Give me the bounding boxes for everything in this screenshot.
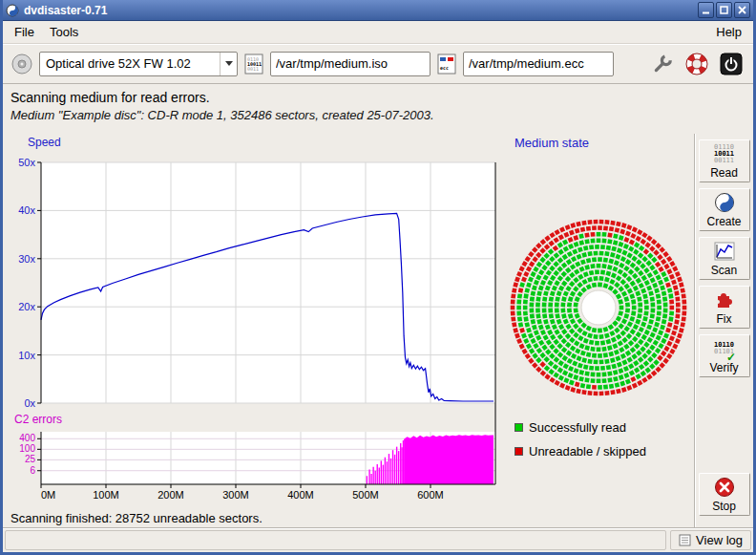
- legend-read-swatch: [514, 423, 523, 432]
- svg-text:25: 25: [25, 454, 36, 464]
- svg-text:200M: 200M: [158, 489, 184, 501]
- maximize-button[interactable]: [716, 2, 732, 18]
- content-column: 0x10x20x30x40x50x6251004000M100M200M300M…: [3, 134, 694, 527]
- app-icon: [6, 4, 19, 17]
- iso-file-icon: 0110 10011 0011: [243, 53, 264, 75]
- svg-text:0011: 0011: [247, 66, 259, 72]
- menu-file[interactable]: File: [7, 22, 42, 42]
- create-button[interactable]: Create: [699, 188, 750, 231]
- drive-select-value: Optical drive 52X FW 1.02: [40, 56, 220, 71]
- fix-button-label: Fix: [717, 312, 732, 326]
- minimize-button[interactable]: [698, 2, 714, 18]
- binary-read-icon: 01110 10011 00111: [714, 142, 734, 165]
- power-icon: [720, 53, 743, 75]
- svg-text:100M: 100M: [93, 489, 119, 501]
- scan-result-status: Scanning finished: 28752 unreadable sect…: [10, 511, 262, 525]
- stop-button-label: Stop: [712, 500, 736, 513]
- verify-button[interactable]: 10110 01101 ✓ Verify: [699, 334, 750, 377]
- svg-text:20x: 20x: [18, 301, 35, 312]
- yinyang-icon: [714, 191, 735, 214]
- menu-tools[interactable]: Tools: [42, 22, 86, 42]
- titlebar[interactable]: dvdisaster-0.71: [3, 0, 753, 21]
- action-sidebar: 01110 10011 00111 Read Create: [694, 134, 753, 527]
- stop-button[interactable]: Stop: [699, 473, 750, 516]
- view-log-button[interactable]: View log: [670, 530, 751, 550]
- ecc-path-input[interactable]: [463, 52, 614, 76]
- legend-unreadable: Unreadable / skipped: [514, 444, 646, 459]
- iso-path-input[interactable]: [270, 52, 430, 76]
- svg-text:0x: 0x: [24, 397, 35, 409]
- log-icon: [679, 534, 691, 546]
- scan-view: 0x10x20x30x40x50x6251004000M100M200M300M…: [3, 134, 694, 527]
- stop-icon: [714, 476, 735, 499]
- scan-charts: 0x10x20x30x40x50x6251004000M100M200M300M…: [3, 134, 509, 516]
- about-button[interactable]: [682, 50, 711, 78]
- menu-help[interactable]: Help: [708, 22, 749, 42]
- lifebelt-logo-icon: [685, 53, 708, 75]
- footer-statusbar: [5, 530, 666, 550]
- fix-button[interactable]: Fix: [699, 286, 750, 329]
- window-title: dvdisaster-0.71: [24, 4, 696, 17]
- toolbar: Optical drive 52X FW 1.02 0110 10011 001…: [3, 44, 753, 84]
- svg-text:40x: 40x: [18, 204, 35, 216]
- scan-button[interactable]: Scan: [699, 237, 750, 280]
- medium-state-disc: [509, 153, 696, 420]
- close-button[interactable]: [734, 2, 750, 18]
- svg-text:600M: 600M: [417, 489, 444, 501]
- svg-text:ecc: ecc: [440, 65, 449, 71]
- svg-text:100: 100: [19, 443, 35, 454]
- footer: View log: [3, 527, 753, 552]
- svg-text:500M: 500M: [352, 489, 379, 501]
- preferences-button[interactable]: [648, 50, 677, 78]
- legend-read-label: Successfully read: [529, 420, 626, 435]
- quit-button[interactable]: [717, 50, 746, 78]
- read-button[interactable]: 01110 10011 00111 Read: [699, 139, 750, 182]
- view-log-label: View log: [696, 533, 743, 547]
- drive-select-arrow[interactable]: [220, 53, 237, 75]
- puzzle-icon: [714, 288, 735, 311]
- body-row: 0x10x20x30x40x50x6251004000M100M200M300M…: [3, 134, 753, 527]
- wrench-icon: [652, 53, 673, 75]
- check-icon: ✓: [726, 351, 736, 364]
- binary-row: 00111: [714, 158, 734, 164]
- svg-text:50x: 50x: [18, 157, 35, 168]
- svg-text:C2 errors: C2 errors: [14, 413, 62, 426]
- svg-text:Speed: Speed: [28, 136, 61, 149]
- medium-state-panel: Medium state Successfully read Unreadabl…: [509, 134, 696, 527]
- svg-text:30x: 30x: [18, 253, 35, 265]
- svg-text:400M: 400M: [287, 489, 314, 501]
- svg-text:300M: 300M: [222, 489, 249, 501]
- ecc-file-icon: ecc: [436, 53, 457, 75]
- maximize-icon: [720, 6, 728, 14]
- svg-text:0M: 0M: [41, 489, 55, 501]
- binary-check-icon: 10110 01101 ✓: [714, 337, 734, 360]
- create-button-label: Create: [706, 215, 741, 228]
- svg-text:400: 400: [19, 433, 35, 443]
- chevron-down-icon: [225, 61, 233, 66]
- chart-icon: [714, 240, 735, 263]
- minimize-icon: [702, 6, 710, 14]
- scan-button-label: Scan: [711, 264, 737, 277]
- read-button-label: Read: [710, 166, 738, 180]
- legend-unreadable-label: Unreadable / skipped: [529, 444, 646, 459]
- drive-icon: [10, 53, 33, 75]
- svg-text:10x: 10x: [18, 350, 35, 361]
- medium-state-title: Medium state: [509, 134, 696, 152]
- menubar: File Tools Help: [3, 21, 753, 44]
- drive-select[interactable]: Optical drive 52X FW 1.02: [39, 52, 238, 76]
- close-icon: [738, 6, 746, 14]
- app-window: dvdisaster-0.71 File Tools Help Optical …: [0, 0, 756, 555]
- legend-read: Successfully read: [514, 420, 626, 435]
- legend-unreadable-swatch: [514, 447, 523, 456]
- svg-text:6: 6: [30, 465, 35, 476]
- status-line2: Medium "Example disc": CD-R mode 1, 3524…: [10, 108, 746, 122]
- status-area: Scanning medium for read errors. Medium …: [3, 84, 753, 134]
- status-line1: Scanning medium for read errors.: [10, 90, 746, 105]
